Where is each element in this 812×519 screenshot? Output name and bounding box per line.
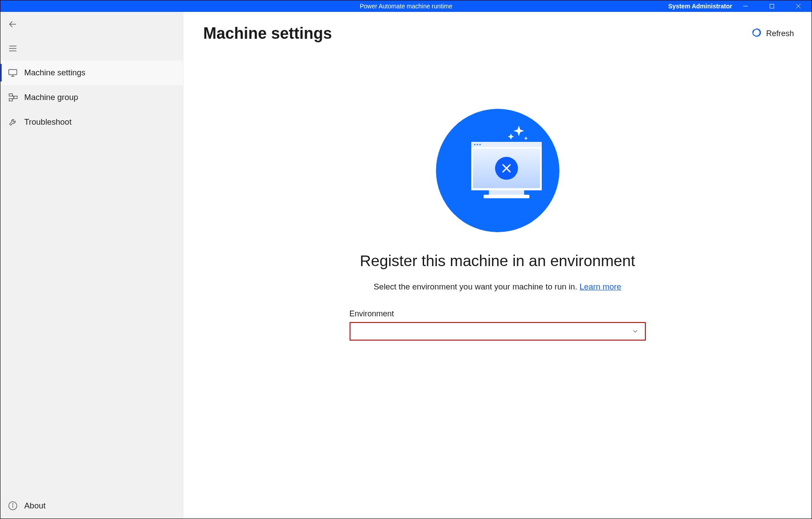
sidebar-item-about[interactable]: About: [0, 493, 183, 519]
maximize-icon: [769, 4, 775, 9]
svg-rect-8: [9, 70, 17, 75]
user-name: System Administrator: [668, 3, 732, 10]
svg-rect-12: [9, 99, 12, 101]
refresh-button[interactable]: Refresh: [752, 28, 794, 40]
svg-rect-30: [489, 190, 524, 195]
hero-subtitle: Select the environment you want your mac…: [374, 282, 621, 292]
svg-rect-24: [471, 142, 542, 147]
sidebar-item-troubleshoot[interactable]: Troubleshoot: [0, 110, 183, 134]
minimize-button[interactable]: [732, 0, 759, 12]
hero-subtitle-text: Select the environment you want your mac…: [374, 282, 580, 291]
maximize-button[interactable]: [759, 0, 785, 12]
page-title: Machine settings: [203, 24, 332, 43]
svg-rect-1: [770, 4, 774, 8]
wrench-icon: [8, 117, 18, 127]
close-button[interactable]: [785, 0, 812, 12]
refresh-label: Refresh: [766, 29, 794, 38]
hero-title: Register this machine in an environment: [360, 252, 635, 270]
svg-rect-13: [14, 96, 17, 99]
svg-point-25: [474, 144, 475, 145]
titlebar: Power Automate machine runtime System Ad…: [0, 0, 812, 12]
refresh-icon: [752, 28, 762, 40]
hero-illustration: [436, 109, 559, 232]
info-icon: [8, 501, 18, 511]
svg-point-27: [479, 144, 480, 145]
hamburger-button[interactable]: [0, 36, 183, 60]
hamburger-icon: [8, 44, 18, 53]
svg-point-26: [477, 144, 478, 145]
svg-point-18: [12, 504, 13, 504]
chevron-down-icon: [632, 328, 639, 335]
environment-label: Environment: [350, 309, 646, 319]
main-content: Machine settings Refresh: [183, 12, 812, 519]
machine-group-icon: [8, 93, 18, 102]
back-arrow-icon: [8, 19, 18, 29]
sidebar-item-machine-group[interactable]: Machine group: [0, 85, 183, 110]
sidebar-item-label: Troubleshoot: [24, 117, 71, 127]
environment-dropdown[interactable]: [350, 322, 646, 341]
app-title: Power Automate machine runtime: [360, 3, 452, 10]
sidebar-item-label: Machine settings: [24, 68, 86, 78]
svg-rect-31: [484, 195, 529, 198]
minimize-icon: [743, 4, 748, 9]
close-icon: [796, 4, 801, 9]
sidebar-item-label: Machine group: [24, 93, 78, 102]
monitor-icon: [8, 68, 18, 78]
sidebar-item-label: About: [24, 501, 45, 511]
sidebar: Machine settings Machine group Troublesh…: [0, 12, 183, 519]
back-button[interactable]: [0, 12, 183, 36]
learn-more-link[interactable]: Learn more: [580, 282, 622, 291]
svg-rect-11: [9, 94, 12, 96]
sidebar-item-machine-settings[interactable]: Machine settings: [0, 60, 183, 85]
